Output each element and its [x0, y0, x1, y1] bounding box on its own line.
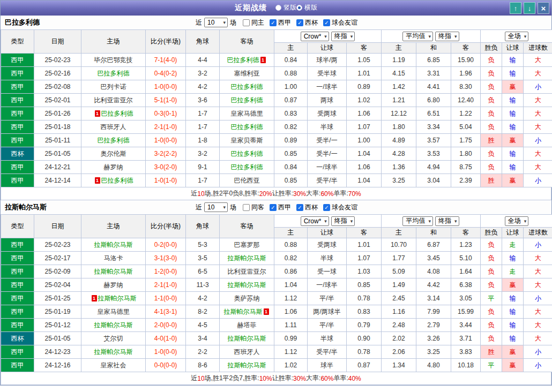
scroll-up-button[interactable]: ↑: [510, 2, 521, 14]
header-select[interactable]: 终指▾: [331, 32, 355, 41]
odds-away-cell: 1.04: [347, 147, 382, 161]
corners-cell: 3-6: [186, 94, 220, 107]
chevron-down-icon: ▾: [428, 34, 431, 39]
header-select[interactable]: 平均值▾: [402, 32, 433, 41]
result-outcome-cell: 负: [481, 319, 502, 332]
section-header: 巴拉多利德 近10▾场同主✓西甲✓西杯✓球会友谊: [1, 16, 551, 29]
summary-row: 近10场,胜2平0负8, 胜率:20% 让胜率:30% 大率:60% 单率:70…: [1, 187, 551, 200]
home-team-cell: 赫罗纳: [81, 278, 146, 292]
header-select[interactable]: 终指▾: [435, 216, 459, 226]
recent-count-select[interactable]: 10▾: [204, 18, 228, 27]
filter-checkbox[interactable]: ✓西杯: [296, 203, 318, 212]
date-cell: 25-02-23: [34, 54, 81, 67]
filter-checkbox[interactable]: ✓西杯: [296, 18, 318, 27]
summary-text: 单率:: [333, 374, 348, 383]
chevron-down-icon: ▾: [324, 218, 327, 224]
column-subheader: 主: [382, 43, 416, 54]
odds-away-cell: 1.01: [347, 67, 382, 80]
filter-checkbox[interactable]: 同主: [243, 18, 264, 27]
column-subheader: 和: [416, 228, 451, 238]
odds-away-cell: 0.87: [347, 359, 382, 372]
checkbox-unchecked-icon: [243, 19, 250, 26]
header-select[interactable]: Crow*▾: [301, 216, 329, 226]
filter-bar: 近10▾场同客✓西甲✓西杯✓球会友谊: [1, 202, 551, 212]
header-select[interactable]: Crow*▾: [301, 32, 329, 41]
avg-draw-cell: 3.34: [416, 120, 451, 134]
close-button[interactable]: ×: [538, 2, 549, 14]
result-goals-cell: 小: [524, 80, 552, 94]
summary-text: 场,胜1平2负7,: [205, 374, 245, 383]
avg-draw-cell: 6.80: [416, 94, 451, 107]
home-team-cell: 1巴拉多利德: [81, 174, 146, 187]
avg-home-cell: 5.09: [382, 265, 416, 278]
date-cell: 25-01-26: [34, 107, 81, 120]
league-cell: 西杯: [1, 332, 34, 345]
recent-count-select[interactable]: 10▾: [204, 202, 228, 212]
result-outcome-cell: 负: [481, 238, 502, 252]
away-team-cell: 巴伦西亚: [220, 174, 274, 187]
odds-handicap-cell: 半球: [308, 332, 347, 345]
column-subheader: 和: [416, 43, 451, 54]
date-cell: 25-01-19: [34, 305, 81, 319]
chevron-down-icon: ▾: [428, 218, 431, 224]
filter-checkbox[interactable]: ✓西甲: [270, 18, 291, 27]
avg-home-cell: 10.70: [382, 238, 416, 252]
header-select[interactable]: 终指▾: [435, 32, 459, 41]
result-handicap-cell: 输: [502, 147, 524, 161]
avg-home-cell: 4.15: [382, 67, 416, 80]
home-team-cell: 拉斯帕尔马斯: [81, 265, 146, 278]
odds-away-cell: 0.79: [347, 319, 382, 332]
date-cell: 25-01-18: [34, 120, 81, 134]
team-name-text: 比利亚雷亚尔: [228, 268, 266, 275]
red-card-icon: 1: [92, 295, 97, 301]
radio-horizontal-layout[interactable]: 横版: [296, 3, 317, 12]
away-team-cell: 比利亚雷亚尔: [220, 265, 274, 278]
avg-away-cell: 3.05: [451, 292, 481, 305]
team-name-text: 巴拉多利德: [101, 110, 133, 117]
score-cell: 1-0(0-0): [146, 134, 186, 147]
date-cell: 24-12-21: [34, 161, 81, 174]
away-team-cell: 拉斯帕尔马斯: [220, 359, 274, 372]
column-subheader: 让球: [308, 43, 347, 54]
result-goals-cell: 大: [524, 54, 552, 67]
header-select-value: 终指: [334, 32, 347, 41]
title-bar-buttons: ↑↓×: [510, 2, 549, 14]
filter-checkbox[interactable]: ✓球会友谊: [323, 18, 357, 27]
avg-draw-cell: 3.53: [416, 147, 451, 161]
filter-checkbox[interactable]: 同客: [243, 203, 264, 212]
odds-home-cell: 0.87: [274, 94, 308, 107]
header-select[interactable]: 全场▾: [505, 216, 529, 226]
scroll-down-button[interactable]: ↓: [524, 2, 535, 14]
result-goals-cell: 小: [524, 359, 552, 372]
odds-handicap-cell: 受半/一: [308, 147, 347, 161]
odds-home-cell: 1.02: [274, 359, 308, 372]
avg-away-cell: 12.40: [451, 94, 481, 107]
date-cell: 25-02-04: [34, 278, 81, 292]
result-handicap-cell: 输: [502, 319, 524, 332]
league-cell: 西甲: [1, 292, 34, 305]
team-name-text: 巴列卡诺: [101, 83, 126, 91]
header-select[interactable]: 全场▾: [505, 32, 529, 41]
avg-away-cell: 15.99: [451, 305, 481, 319]
summary-text: 单率:: [333, 189, 348, 198]
result-outcome-cell: 负: [481, 107, 502, 120]
games-label: 场: [230, 203, 236, 212]
league-cell: 西甲: [1, 345, 34, 359]
odds-home-cell: 0.84: [274, 161, 308, 174]
result-goals-cell: 小: [524, 134, 552, 147]
date-cell: 25-01-12: [34, 319, 81, 332]
home-team-cell: 巴拉多利德: [81, 67, 146, 80]
radio-vertical-layout[interactable]: 竖版: [275, 3, 296, 12]
score-cell: 3-0(2-0): [146, 161, 186, 174]
header-select-value: 全场: [508, 216, 521, 225]
avg-home-cell: 1.34: [382, 359, 416, 372]
column-subheader: 让球: [502, 43, 524, 54]
filter-checkbox[interactable]: ✓西甲: [270, 203, 291, 212]
header-select[interactable]: 平均值▾: [402, 216, 433, 226]
filter-checkbox[interactable]: ✓球会友谊: [323, 203, 357, 212]
avg-draw-cell: 4.41: [416, 80, 451, 94]
score-cell: 5-1(1-0): [146, 94, 186, 107]
header-select[interactable]: 终指▾: [331, 216, 355, 226]
column-header: 类型: [1, 30, 34, 54]
radio-unselected-icon: [275, 5, 281, 11]
